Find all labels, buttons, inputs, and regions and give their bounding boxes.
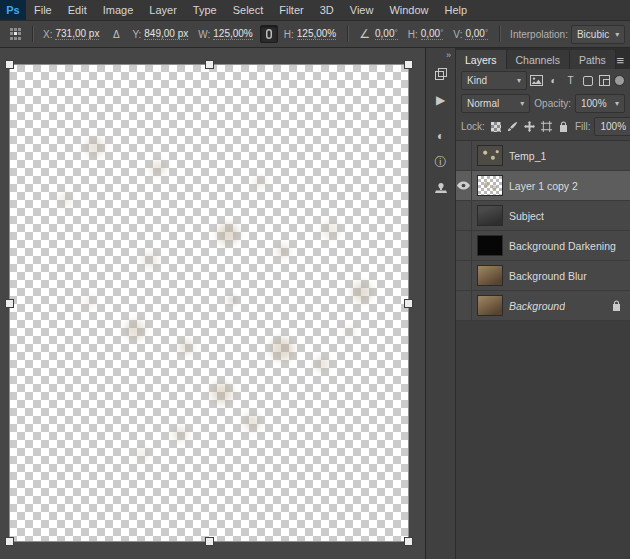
maintain-aspect-ratio-link-icon[interactable] (260, 25, 278, 43)
lock-position-icon[interactable] (523, 120, 537, 134)
y-label: Y: (132, 29, 141, 40)
dust-spot (56, 191, 74, 209)
transform-handle-w[interactable] (5, 299, 14, 308)
layer-visibility-toggle[interactable] (456, 201, 472, 230)
layer-thumbnail[interactable] (478, 176, 502, 195)
tab-layers[interactable]: Layers (456, 50, 507, 69)
panel-menu-icon[interactable]: ≡ (616, 54, 630, 69)
lock-row: Lock: (456, 115, 630, 138)
filter-smart-objects-icon[interactable] (597, 73, 612, 88)
layer-name[interactable]: Background Blur (509, 270, 587, 282)
menu-item-file[interactable]: File (26, 0, 60, 20)
transform-handle-se[interactable] (404, 537, 413, 546)
lock-artboard-icon[interactable] (540, 120, 554, 134)
options-bar: X: 731,00 px Δ Y: 849,00 px W: 125,00% H… (0, 20, 630, 48)
layer-name[interactable]: Layer 1 copy 2 (509, 180, 578, 192)
rotation-field[interactable]: 0,00° (375, 28, 398, 40)
adjustments-panel-icon[interactable]: ◐ (429, 124, 453, 148)
fill-dropdown[interactable]: 100%▾ (594, 117, 630, 136)
layer-row-background-darkening[interactable]: Background Darkening (456, 231, 630, 261)
layer-row-layer-1-copy-2[interactable]: Layer 1 copy 2 (456, 171, 630, 201)
x-position-field[interactable]: 731,00 px (55, 28, 99, 40)
filter-adjustment-layers-icon[interactable]: ◐ (546, 73, 561, 88)
menu-item-select[interactable]: Select (225, 0, 272, 20)
expand-dock-chevron-icon[interactable]: » (446, 48, 455, 61)
layer-thumbnail[interactable] (478, 146, 502, 165)
transform-handle-e[interactable] (404, 299, 413, 308)
dust-spot (313, 355, 331, 373)
menu-item-type[interactable]: Type (185, 0, 225, 20)
layer-thumbnail[interactable] (478, 266, 502, 285)
dust-spot (135, 446, 151, 462)
skew-h-field[interactable]: 0,00° (421, 28, 444, 40)
menu-item-filter[interactable]: Filter (271, 0, 311, 20)
transform-handle-n[interactable] (205, 60, 214, 69)
lock-transparency-icon[interactable] (489, 120, 503, 134)
skew-h-label: H: (408, 29, 418, 40)
skew-v-field[interactable]: 0,00° (465, 28, 488, 40)
relative-positioning-button[interactable]: Δ (106, 26, 126, 42)
layer-name[interactable]: Subject (509, 210, 544, 222)
filter-type-layers-icon[interactable]: T (563, 73, 578, 88)
menu-item-layer[interactable]: Layer (141, 0, 185, 20)
dust-spot (268, 335, 296, 363)
dust-spot (215, 221, 241, 247)
menu-item-window[interactable]: Window (381, 0, 436, 20)
layer-name[interactable]: Background Darkening (509, 240, 616, 252)
opacity-label: Opacity: (534, 98, 571, 109)
menu-item-view[interactable]: View (342, 0, 382, 20)
reference-point-locator-icon[interactable] (10, 28, 21, 41)
transform-handle-sw[interactable] (5, 537, 14, 546)
tab-paths[interactable]: Paths (570, 50, 616, 69)
dust-spot (177, 338, 195, 356)
divider (32, 26, 33, 42)
menu-item-edit[interactable]: Edit (60, 0, 95, 20)
lock-pixels-icon[interactable] (506, 120, 520, 134)
layer-row-temp-1[interactable]: Temp_1 (456, 141, 630, 171)
menu-item-3d[interactable]: 3D (312, 0, 342, 20)
layer-visibility-toggle[interactable] (456, 261, 472, 290)
filter-pixel-layers-icon[interactable] (529, 73, 544, 88)
lock-all-icon[interactable] (557, 120, 571, 134)
transform-handle-ne[interactable] (404, 60, 413, 69)
blend-mode-dropdown[interactable]: Normal▾ (461, 94, 530, 113)
layer-filtering-toggle[interactable] (614, 75, 625, 86)
layer-row-background-blur[interactable]: Background Blur (456, 261, 630, 291)
clone-source-panel-icon[interactable] (429, 176, 453, 200)
transform-handle-nw[interactable] (5, 60, 14, 69)
menu-item-help[interactable]: Help (437, 0, 476, 20)
dust-spot (123, 318, 147, 342)
layer-thumbnail[interactable] (478, 296, 502, 315)
document-canvas[interactable] (9, 64, 409, 542)
canvas-area[interactable] (0, 48, 425, 559)
opacity-dropdown[interactable]: 100%▾ (575, 94, 625, 113)
layer-name[interactable]: Background (509, 300, 565, 312)
filter-shape-layers-icon[interactable] (580, 73, 595, 88)
layer-visibility-toggle[interactable] (456, 231, 472, 260)
dust-spot (82, 294, 98, 310)
actions-panel-icon[interactable]: ▶ (429, 88, 453, 112)
interpolation-dropdown[interactable]: Bicubic▾ (571, 25, 625, 44)
width-scale-field[interactable]: 125,00% (213, 28, 252, 40)
layer-visibility-toggle[interactable] (456, 141, 472, 170)
photoshop-logo-icon: Ps (0, 0, 26, 20)
layer-row-subject[interactable]: Subject (456, 201, 630, 231)
y-position-field[interactable]: 849,00 px (144, 28, 188, 40)
tab-channels[interactable]: Channels (507, 50, 570, 69)
layer-name[interactable]: Temp_1 (509, 150, 546, 162)
layer-thumbnail[interactable] (478, 236, 502, 255)
layer-visibility-toggle[interactable] (456, 291, 472, 320)
width-label: W: (198, 29, 210, 40)
dust-spot (252, 174, 268, 190)
filter-kind-dropdown[interactable]: Kind▾ (461, 71, 527, 90)
height-scale-field[interactable]: 125,00% (297, 28, 336, 40)
dust-spot (343, 325, 357, 339)
transform-handle-s[interactable] (205, 537, 214, 546)
history-panel-icon[interactable] (429, 62, 453, 86)
layer-visibility-eye-icon[interactable] (456, 171, 472, 200)
chevron-down-icon: ▾ (615, 30, 619, 39)
info-panel-icon[interactable]: ⓘ (429, 150, 453, 174)
layer-row-background[interactable]: Background (456, 291, 630, 321)
layer-thumbnail[interactable] (478, 206, 502, 225)
menu-item-image[interactable]: Image (95, 0, 142, 20)
